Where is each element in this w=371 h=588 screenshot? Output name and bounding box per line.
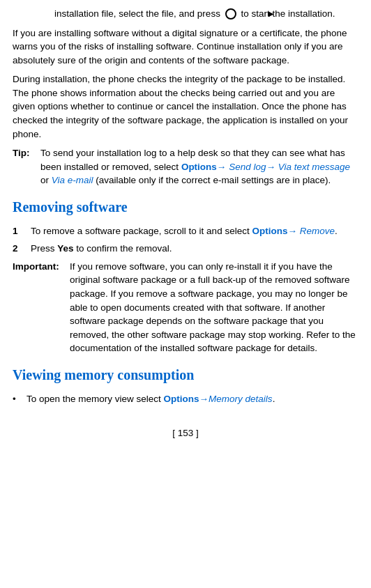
intro-indent-para: installation file, select the file, and … <box>13 7 358 21</box>
bullet-options: Options→ <box>164 394 209 404</box>
viewing-memory-heading: Viewing memory consumption <box>13 365 358 385</box>
page-footer: [ 153 ] <box>13 426 358 447</box>
step1-content: To remove a software package, scroll to … <box>31 224 358 238</box>
step2-item: 2 Press Yes to confirm the removal. <box>13 242 358 256</box>
page-container: installation file, select the file, and … <box>0 0 371 461</box>
para1: If you are installing software without a… <box>13 26 358 68</box>
step2-number: 2 <box>13 242 26 256</box>
tip-via-text: Via text message <box>275 162 350 172</box>
tip-label: Tip: <box>13 146 38 187</box>
tip-block: Tip: To send your installation log to a … <box>13 146 358 187</box>
removing-software-heading: Removing software <box>13 197 358 217</box>
important-block: Important: If you remove software, you c… <box>13 260 358 355</box>
step2-content: Press Yes to confirm the removal. <box>31 242 358 256</box>
important-content: If you remove software, you can only re-… <box>70 260 358 355</box>
tip-via-email: Via e-mail <box>52 175 93 185</box>
step2-yes: Yes <box>57 243 73 254</box>
install-icon: ▶ <box>225 8 236 20</box>
tip-sendlog: Send log→ <box>226 162 275 172</box>
step1-number: 1 <box>13 224 26 238</box>
intro-start-text: installation file, select the file, and … <box>54 8 220 19</box>
bullet-content: To open the memory view select Options→M… <box>26 392 358 406</box>
para2: During installation, the phone checks th… <box>13 72 358 141</box>
tip-content: To send your installation log to a help … <box>40 146 358 187</box>
step1-remove: Remove <box>297 226 335 236</box>
tip-options: Options→ <box>181 162 227 172</box>
bullet-dot: • <box>13 392 24 406</box>
bullet-memory: Memory details <box>209 394 273 404</box>
bullet-item: • To open the memory view select Options… <box>13 392 358 406</box>
important-label: Important: <box>13 260 67 355</box>
step1-item: 1 To remove a software package, scroll t… <box>13 224 358 238</box>
step1-options: Options→ <box>252 226 297 236</box>
intro-end-text: to start the installation. <box>241 8 335 19</box>
